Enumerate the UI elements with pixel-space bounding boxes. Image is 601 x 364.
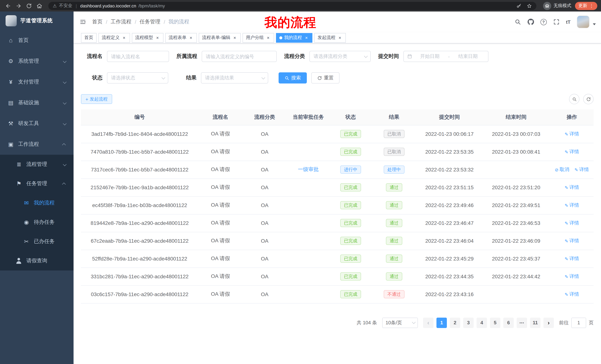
result-select[interactable]: 请选择流结果 xyxy=(201,72,268,84)
fontsize-icon[interactable] xyxy=(566,19,571,25)
sidebar-item[interactable]: 已办任务 xyxy=(0,232,74,251)
status-badge: 已完成 xyxy=(340,183,361,192)
tab[interactable]: 流程表单-编辑 xyxy=(199,33,241,42)
search-button[interactable]: 搜索 xyxy=(279,72,307,84)
update-button[interactable]: 更新 xyxy=(575,2,597,10)
github-icon[interactable] xyxy=(527,19,534,25)
detail-button[interactable]: 详情 xyxy=(574,166,589,173)
sidebar-item[interactable]: 首页 xyxy=(0,30,74,51)
page-button[interactable]: 5 xyxy=(490,317,500,328)
update-label: 更新 xyxy=(578,3,587,9)
reset-button[interactable]: 重置 xyxy=(311,72,340,84)
next-icon xyxy=(548,319,550,326)
help-icon[interactable] xyxy=(540,19,547,25)
process-name-input[interactable] xyxy=(107,51,169,62)
goto-page-input[interactable] xyxy=(571,317,586,328)
hamburger-icon[interactable] xyxy=(80,19,86,25)
process-name: OA 请假 xyxy=(211,220,230,226)
tab-label: 流程表单 xyxy=(169,35,186,41)
home-button[interactable] xyxy=(35,1,44,10)
parent-process-input[interactable] xyxy=(202,51,277,62)
detail-button[interactable]: 详情 xyxy=(565,184,579,191)
submit-time: 2022-01-22 23:51:15 xyxy=(425,184,474,190)
sidebar-item[interactable]: 任务管理 xyxy=(0,174,74,193)
process-category: OA xyxy=(261,256,268,262)
gear-icon xyxy=(7,58,14,64)
sidebar-item-label: 任务管理 xyxy=(26,180,63,187)
address-bar[interactable]: 不安全 | dashboard.yudao.iocoder.cn /bpm/ta… xyxy=(48,2,536,10)
refresh-button[interactable] xyxy=(583,94,594,104)
sidebar-item[interactable]: 研发工具 xyxy=(0,113,74,134)
tab[interactable]: 我的流程 xyxy=(276,33,312,42)
breadcrumb-item[interactable]: 工作流程 xyxy=(111,19,131,25)
tab[interactable]: 用户分组 xyxy=(242,33,274,42)
page-button[interactable]: 4 xyxy=(477,317,487,328)
sidebar-item[interactable]: 待办任务 xyxy=(0,213,74,232)
breadcrumb-item[interactable]: 任务管理 xyxy=(140,19,160,25)
tab[interactable]: 流程模型 xyxy=(132,33,163,42)
detail-button[interactable]: 详情 xyxy=(565,291,579,297)
page-size-select[interactable]: 10条/页 xyxy=(382,317,418,328)
sidebar-item[interactable]: 工作流程 xyxy=(0,134,74,155)
avatar[interactable] xyxy=(577,16,590,28)
task-icon xyxy=(16,181,22,187)
fullscreen-icon[interactable] xyxy=(553,19,560,25)
detail-button[interactable]: 详情 xyxy=(565,273,579,280)
detail-button[interactable]: 详情 xyxy=(565,238,579,244)
prev-page-button[interactable] xyxy=(423,317,433,328)
table-row: 2152467e-7b9b-11ec-9a1b-acde48001122 OA … xyxy=(81,179,594,196)
menu-dots-icon[interactable] xyxy=(589,3,594,9)
current-task-link[interactable]: 一级审批 xyxy=(298,166,319,173)
page-button[interactable]: 3 xyxy=(463,317,474,328)
process-name: OA 请假 xyxy=(211,238,230,243)
sidebar: 芋道管理系统 首页 系统管理 xyxy=(0,11,74,364)
close-icon[interactable] xyxy=(304,35,309,40)
breadcrumb-item: / xyxy=(164,19,165,25)
breadcrumb-item[interactable]: 首页 xyxy=(92,19,102,25)
tab[interactable]: 流程定义 xyxy=(99,33,130,42)
close-icon[interactable] xyxy=(155,35,160,40)
status-select[interactable]: 请选择状态 xyxy=(107,72,168,84)
search-toggle-button[interactable] xyxy=(569,94,580,104)
detail-button[interactable]: 详情 xyxy=(565,148,579,155)
cancel-button[interactable]: 取消 xyxy=(555,166,569,173)
close-icon[interactable] xyxy=(232,35,237,40)
bookmark-star-icon[interactable] xyxy=(527,3,532,8)
detail-button[interactable]: 详情 xyxy=(565,220,579,226)
sidebar-item[interactable]: 支付管理 xyxy=(0,72,74,92)
search-icon[interactable] xyxy=(514,19,521,25)
tab[interactable]: 首页 xyxy=(81,33,97,42)
process-id: 2152467e-7b9b-11ec-9a1b-acde48001122 xyxy=(91,184,189,190)
back-button[interactable] xyxy=(4,1,13,10)
date-range-picker[interactable]: 开始日期 - 结束日期 xyxy=(403,51,489,62)
page-button[interactable]: ••• xyxy=(517,317,527,328)
url-host: dashboard.yudao.iocoder.cn xyxy=(80,3,136,8)
forward-button[interactable] xyxy=(14,1,23,10)
page-button[interactable]: 6 xyxy=(503,317,514,328)
sidebar-item[interactable]: 我的流程 xyxy=(0,193,74,213)
detail-button[interactable]: 详情 xyxy=(565,131,579,137)
page-button[interactable]: 2 xyxy=(450,317,460,328)
detail-button[interactable]: 详情 xyxy=(565,202,579,209)
close-icon[interactable] xyxy=(121,35,127,40)
create-process-button[interactable]: 发起流程 xyxy=(81,94,112,104)
password-key-icon[interactable] xyxy=(516,3,521,8)
close-icon[interactable] xyxy=(188,35,193,40)
page-button[interactable]: 11 xyxy=(530,317,541,328)
tab[interactable]: 流程表单 xyxy=(165,33,197,42)
reload-button[interactable] xyxy=(25,1,33,10)
process-id: 7317cec6-7b9b-11ec-b5b7-acde48001122 xyxy=(91,167,188,172)
result-badge: 通过 xyxy=(386,183,402,192)
tab[interactable]: 发起流程 xyxy=(314,33,346,42)
close-icon[interactable] xyxy=(266,35,271,40)
next-page-button[interactable] xyxy=(543,317,554,328)
sidebar-item[interactable]: 流程管理 xyxy=(0,155,74,174)
page-button[interactable]: 1 xyxy=(436,317,447,328)
category-select[interactable]: 请选择流程分类 xyxy=(310,51,371,62)
sidebar-item[interactable]: 基础设施 xyxy=(0,92,74,113)
close-icon[interactable] xyxy=(337,35,342,40)
detail-button[interactable]: 详情 xyxy=(565,255,579,262)
sidebar-item[interactable]: 系统管理 xyxy=(0,51,74,72)
browser-chrome: 不安全 | dashboard.yudao.iocoder.cn /bpm/ta… xyxy=(0,0,601,11)
sidebar-item[interactable]: 请假查询 xyxy=(0,251,74,270)
